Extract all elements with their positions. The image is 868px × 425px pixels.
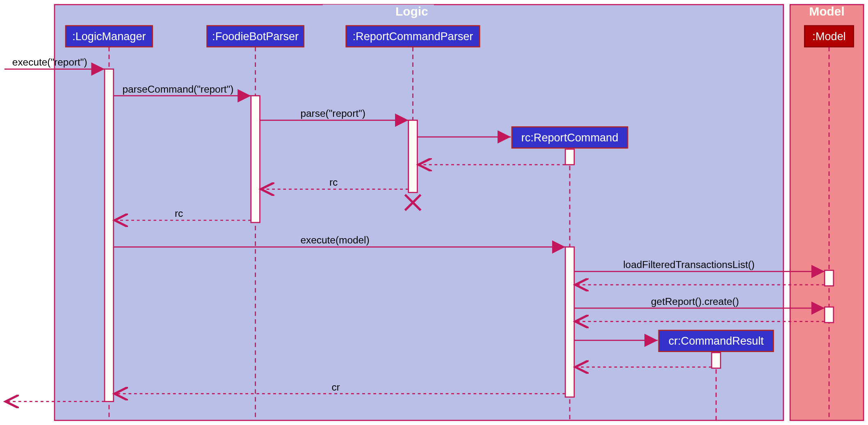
- participant-command-result: cr:CommandResult: [659, 330, 773, 352]
- activation-report-command-parser: [409, 120, 418, 192]
- msg-cr: cr: [331, 382, 340, 393]
- activation-report-command-2: [565, 247, 574, 397]
- svg-text::FoodieBotParser: :FoodieBotParser: [212, 30, 299, 43]
- activation-model-2: [825, 307, 834, 323]
- msg-get-report: getReport().create(): [651, 296, 739, 307]
- model-frame-label: Model: [809, 5, 845, 18]
- msg-rc2: rc: [175, 208, 183, 219]
- msg-execute: execute("report"): [12, 57, 87, 68]
- participant-report-command-parser: :ReportCommandParser: [346, 26, 480, 47]
- model-frame: Model: [790, 5, 863, 420]
- msg-parse-command: parseCommand("report"): [122, 84, 233, 95]
- sequence-diagram: Logic Model :LogicManager :FoodieBotPars…: [0, 0, 868, 425]
- svg-rect-0: [55, 5, 783, 420]
- logic-frame: Logic: [55, 5, 783, 420]
- activation-model-1: [825, 270, 834, 286]
- msg-rc1: rc: [329, 177, 338, 188]
- svg-text::LogicManager: :LogicManager: [72, 30, 146, 43]
- logic-frame-label: Logic: [395, 5, 428, 18]
- msg-execute-model: execute(model): [300, 234, 369, 245]
- svg-text::Model: :Model: [812, 30, 845, 43]
- activation-foodiebot-parser: [251, 96, 260, 223]
- participant-model: :Model: [804, 26, 853, 47]
- participant-foodiebot-parser: :FoodieBotParser: [207, 26, 304, 47]
- activation-command-result: [712, 352, 721, 368]
- activation-logic-manager: [105, 69, 114, 402]
- svg-text:cr:CommandResult: cr:CommandResult: [669, 334, 764, 347]
- svg-text:rc:ReportCommand: rc:ReportCommand: [521, 131, 619, 144]
- svg-rect-2: [790, 5, 863, 420]
- msg-load-filtered: loadFilteredTransactionsList(): [623, 259, 755, 270]
- msg-parse: parse("report"): [300, 108, 365, 119]
- svg-text::ReportCommandParser: :ReportCommandParser: [353, 30, 473, 43]
- participant-logic-manager: :LogicManager: [66, 26, 153, 47]
- activation-report-command-1: [565, 149, 574, 165]
- participant-report-command: rc:ReportCommand: [512, 127, 628, 148]
